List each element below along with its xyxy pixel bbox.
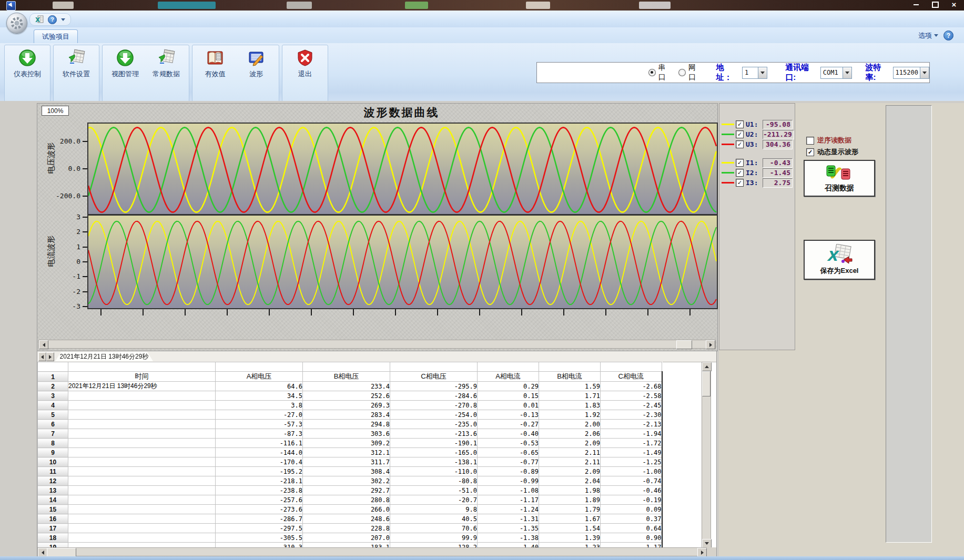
help-icon[interactable]: ? [48, 15, 57, 24]
exit-button[interactable]: 退出 [287, 48, 323, 101]
time-cell[interactable] [68, 533, 216, 543]
table-cell[interactable]: 2.09 [539, 467, 601, 476]
row-number-cell[interactable]: 12 [38, 476, 68, 486]
table-cell[interactable]: 1.67 [539, 514, 601, 524]
table-cell[interactable]: 207.0 [303, 533, 390, 543]
row-number-cell[interactable]: 15 [38, 505, 68, 514]
table-cell[interactable]: -2.68 [601, 382, 662, 391]
row-number-cell[interactable]: 10 [38, 457, 68, 467]
table-cell[interactable]: -254.0 [390, 410, 478, 420]
help-icon[interactable]: ? [943, 30, 953, 40]
table-cell[interactable]: -0.74 [601, 476, 662, 486]
app-taskbar-icon[interactable] [6, 1, 16, 11]
table-cell[interactable]: 0.09 [601, 505, 662, 514]
series-checkbox[interactable]: ✓ [736, 179, 744, 187]
table-cell[interactable]: -20.7 [390, 495, 478, 505]
table-cell[interactable]: 248.6 [303, 514, 390, 524]
row-number-cell[interactable]: 13 [38, 486, 68, 495]
table-cell[interactable]: -0.46 [601, 486, 662, 495]
table-cell[interactable]: -1.35 [478, 524, 539, 533]
table-cell[interactable]: -1.25 [601, 457, 662, 467]
series-checkbox[interactable]: ✓ [736, 120, 744, 128]
table-cell[interactable]: -1.31 [478, 514, 539, 524]
table-cell[interactable]: 0.90 [601, 533, 662, 543]
table-cell[interactable]: -1.38 [478, 533, 539, 543]
voltage-waveform-plot[interactable] [87, 123, 718, 215]
table-cell[interactable]: 311.7 [303, 457, 390, 467]
table-cell[interactable]: 1.79 [539, 505, 601, 514]
scrollbar-thumb[interactable] [676, 340, 692, 349]
table-cell[interactable]: 283.4 [303, 410, 390, 420]
time-cell[interactable] [68, 514, 216, 524]
scroll-right-button[interactable] [697, 548, 707, 557]
save-excel-button[interactable]: X 保存为Excel [804, 240, 875, 280]
scrollbar-thumb[interactable] [702, 371, 711, 396]
table-cell[interactable]: -144.0 [216, 448, 303, 457]
table-cell[interactable]: -1.49 [601, 448, 662, 457]
table-cell[interactable]: 2.00 [539, 420, 601, 429]
table-cell[interactable]: -213.6 [390, 429, 478, 439]
table-cell[interactable]: -0.40 [478, 429, 539, 439]
table-cell[interactable]: -27.0 [216, 410, 303, 420]
table-cell[interactable]: 34.5 [216, 391, 303, 401]
column-header-cell[interactable]: C相电压 [390, 372, 478, 382]
table-cell[interactable]: 1.98 [539, 486, 601, 495]
table-cell[interactable]: -0.53 [478, 439, 539, 448]
waveform-button[interactable]: 波形 [238, 48, 275, 101]
table-cell[interactable]: -0.19 [601, 495, 662, 505]
row-number-cell[interactable]: 7 [38, 429, 68, 439]
table-cell[interactable]: -0.65 [478, 448, 539, 457]
table-cell[interactable]: -1.94 [601, 429, 662, 439]
table-cell[interactable]: 9.8 [390, 505, 478, 514]
sheet-prev-button[interactable] [38, 352, 46, 361]
table-cell[interactable]: -0.13 [478, 410, 539, 420]
table-cell[interactable] [539, 362, 601, 372]
row-number-cell[interactable]: 2 [38, 382, 68, 391]
table-cell[interactable]: -297.5 [216, 524, 303, 533]
table-cell[interactable] [303, 362, 390, 372]
time-cell[interactable]: 2021年12月21日 13时46分29秒 [68, 382, 216, 391]
time-cell[interactable] [68, 429, 216, 439]
time-cell[interactable] [68, 457, 216, 467]
table-cell[interactable]: -165.0 [390, 448, 478, 457]
table-cell[interactable]: 1.83 [539, 401, 601, 410]
table-cell[interactable]: -284.6 [390, 391, 478, 401]
table-cell[interactable]: 294.8 [303, 420, 390, 429]
table-cell[interactable]: 308.4 [303, 467, 390, 476]
table-cell[interactable]: 0.37 [601, 514, 662, 524]
table-vertical-scrollbar[interactable] [702, 362, 711, 548]
series-checkbox[interactable]: ✓ [736, 130, 744, 138]
table-cell[interactable]: 2.04 [539, 476, 601, 486]
time-cell[interactable] [68, 495, 216, 505]
meter-control-button[interactable]: 仪表控制 [9, 48, 46, 101]
table-cell[interactable]: -238.8 [216, 486, 303, 495]
table-cell[interactable]: -138.1 [390, 457, 478, 467]
table-cell[interactable]: 303.6 [303, 429, 390, 439]
table-cell[interactable]: 2.06 [539, 429, 601, 439]
table-cell[interactable]: -0.27 [478, 420, 539, 429]
qat-dropdown-icon[interactable] [61, 18, 65, 21]
row-number-cell[interactable]: 1 [38, 372, 68, 382]
table-cell[interactable]: 269.3 [303, 401, 390, 410]
tab-test-project[interactable]: 试验项目 [34, 29, 78, 44]
reverse-read-checkbox[interactable] [806, 137, 814, 145]
time-cell[interactable] [68, 505, 216, 514]
table-cell[interactable]: 0.01 [478, 401, 539, 410]
scroll-left-button[interactable] [38, 548, 47, 557]
row-number-cell[interactable]: 14 [38, 495, 68, 505]
table-cell[interactable]: 280.8 [303, 495, 390, 505]
table-cell[interactable]: -80.8 [390, 476, 478, 486]
time-cell[interactable] [68, 410, 216, 420]
maximize-button[interactable] [929, 1, 941, 9]
table-cell[interactable]: -218.1 [216, 476, 303, 486]
row-number-cell[interactable]: 6 [38, 420, 68, 429]
application-menu-button[interactable] [6, 13, 27, 34]
network-radio[interactable] [678, 69, 686, 76]
effective-value-button[interactable]: 有效值 [197, 48, 234, 101]
table-cell[interactable]: -57.3 [216, 420, 303, 429]
table-cell[interactable]: -257.6 [216, 495, 303, 505]
table-cell[interactable]: -2.30 [601, 410, 662, 420]
table-horizontal-scrollbar[interactable] [37, 547, 707, 556]
table-cell[interactable]: -1.00 [601, 467, 662, 476]
software-settings-button[interactable]: 软件设置 [58, 48, 95, 101]
